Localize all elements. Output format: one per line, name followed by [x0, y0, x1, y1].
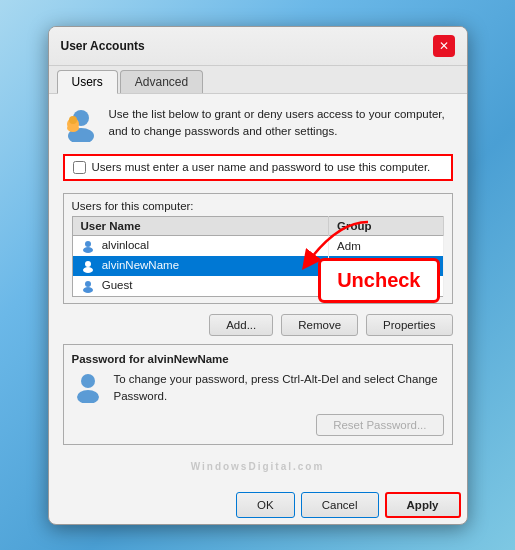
svg-point-9 [85, 281, 91, 287]
user-row-icon [81, 239, 102, 251]
remove-button[interactable]: Remove [281, 314, 358, 336]
user-name-cell: alvinNewName [72, 256, 329, 276]
tab-users[interactable]: Users [57, 70, 118, 94]
password-icon [72, 371, 104, 406]
dialog-body: Use the list below to grant or deny user… [49, 94, 467, 488]
user-accounts-dialog: User Accounts ✕ Users Advanced [48, 26, 468, 525]
users-group-label: Users for this computer: [72, 200, 444, 212]
col-group: Group [329, 216, 443, 235]
title-bar: User Accounts ✕ [49, 27, 467, 66]
tab-advanced[interactable]: Advanced [120, 70, 203, 93]
properties-button[interactable]: Properties [366, 314, 452, 336]
action-buttons: Add... Remove Properties [63, 314, 453, 336]
table-row[interactable]: Guest Gues [72, 276, 443, 297]
dialog-title: User Accounts [61, 39, 145, 53]
svg-point-6 [83, 247, 93, 253]
svg-point-10 [83, 287, 93, 293]
user-row-icon [81, 259, 102, 271]
add-button[interactable]: Add... [209, 314, 273, 336]
ok-button[interactable]: OK [236, 492, 295, 518]
user-name-cell: alvinlocal [72, 235, 329, 256]
checkbox-label[interactable]: Users must enter a user name and passwor… [92, 161, 431, 173]
table-row[interactable]: alvinlocal Adm [72, 235, 443, 256]
svg-point-4 [67, 124, 79, 132]
user-name-cell: Guest [72, 276, 329, 297]
user-group-cell: Adm [329, 256, 443, 276]
password-info: To change your password, press Ctrl-Alt-… [72, 371, 444, 406]
svg-point-12 [77, 390, 99, 403]
watermark: WindowsDigital.com [63, 459, 453, 476]
user-password-checkbox[interactable] [73, 161, 86, 174]
svg-point-11 [81, 374, 95, 388]
users-group: Users for this computer: User Name Group [63, 193, 453, 304]
svg-point-5 [85, 241, 91, 247]
svg-point-8 [83, 267, 93, 273]
password-label: Password for alvinNewName [72, 353, 444, 365]
svg-point-3 [69, 116, 77, 124]
apply-button[interactable]: Apply [385, 492, 461, 518]
checkbox-section: Users must enter a user name and passwor… [63, 154, 453, 181]
user-group-cell: Gues [329, 276, 443, 297]
cancel-button[interactable]: Cancel [301, 492, 379, 518]
password-section: Password for alvinNewName To change your… [63, 344, 453, 445]
password-text: To change your password, press Ctrl-Alt-… [114, 371, 444, 406]
col-username: User Name [72, 216, 329, 235]
users-table: User Name Group [72, 216, 444, 297]
reset-password-button[interactable]: Reset Password... [316, 414, 443, 436]
info-text: Use the list below to grant or deny user… [109, 106, 453, 141]
close-button[interactable]: ✕ [433, 35, 455, 57]
user-group-cell: Adm [329, 235, 443, 256]
svg-point-7 [85, 261, 91, 267]
user-icon [63, 106, 99, 142]
users-area: User Name Group [72, 216, 444, 297]
table-row[interactable]: alvinNewName Adm [72, 256, 443, 276]
footer-buttons: OK Cancel Apply [49, 488, 467, 524]
user-row-icon [81, 279, 102, 291]
info-section: Use the list below to grant or deny user… [63, 106, 453, 142]
tab-bar: Users Advanced [49, 66, 467, 94]
